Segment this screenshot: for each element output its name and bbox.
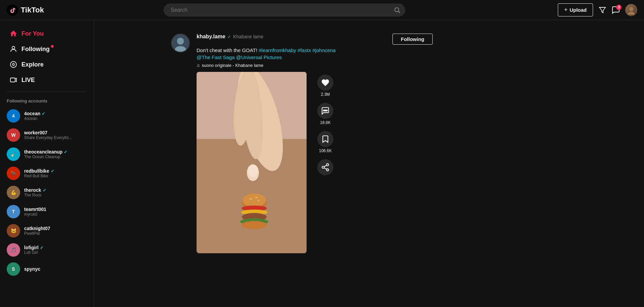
hashtag-learnfromkhaby[interactable]: #learnfromkhaby bbox=[259, 47, 296, 53]
verified-icon-redbullbike: ✓ bbox=[51, 169, 54, 174]
post-user-info: khaby.lame ✓ Khabane lame bbox=[197, 34, 263, 40]
filter-button[interactable] bbox=[598, 6, 606, 14]
main-layout: For You Following Explore LIVE Followin bbox=[0, 20, 644, 307]
nav-live-label: LIVE bbox=[21, 77, 35, 84]
account-item-theoceancleanup[interactable]: 🧹 theoceancleanup ✓ The Ocean Cleanup bbox=[1, 145, 92, 164]
upload-button[interactable]: + Upload bbox=[558, 3, 593, 16]
share-button[interactable] bbox=[317, 159, 333, 175]
account-item-therock[interactable]: 💪 therock ✓ The Rock bbox=[1, 183, 92, 202]
svg-point-36 bbox=[326, 110, 327, 111]
account-name-teamrt001: teamrt001 bbox=[24, 207, 46, 212]
account-avatar-catknight07: 🐱 bbox=[7, 224, 20, 237]
comment-circle bbox=[317, 103, 333, 119]
svg-rect-9 bbox=[10, 78, 15, 82]
post-avatar-image bbox=[172, 34, 189, 52]
video-content-svg bbox=[197, 72, 307, 253]
nav-for-you-label: For You bbox=[21, 30, 44, 37]
mention-universalpictures[interactable]: @Universal Pictures bbox=[236, 54, 282, 60]
svg-marker-3 bbox=[599, 7, 605, 13]
mention-thefastsaga[interactable]: @The Fast Saga bbox=[197, 54, 235, 60]
nav-following[interactable]: Following bbox=[3, 42, 91, 56]
right-panel bbox=[510, 20, 644, 307]
main-content: khaby.lame ✓ Khabane lame Following Don'… bbox=[94, 20, 510, 307]
account-sub-theoceancleanup: The Ocean Cleanup bbox=[24, 155, 67, 159]
account-item-teamrt001[interactable]: T teamrt001 myruk0 bbox=[1, 202, 92, 221]
notification-badge: 3 bbox=[616, 5, 622, 10]
account-info-theoceancleanup: theoceancleanup ✓ The Ocean Cleanup bbox=[24, 149, 67, 159]
account-avatar-spynyc: S bbox=[7, 262, 20, 276]
post-music: ♫ suono originale - Khabane lame bbox=[197, 63, 433, 68]
post-username[interactable]: khaby.lame bbox=[197, 34, 225, 40]
account-sub-worker007: Share Everyday Everythi... bbox=[24, 135, 72, 140]
svg-point-35 bbox=[323, 110, 324, 111]
account-item-spynyc[interactable]: S spynyc bbox=[1, 260, 92, 278]
account-info-catknight07: catknight07 PwellPet bbox=[24, 226, 50, 236]
account-info-worker007: worker007 Share Everyday Everythi... bbox=[24, 130, 72, 140]
logo-area: TikTok bbox=[7, 4, 87, 16]
nav-live[interactable]: LIVE bbox=[3, 73, 91, 87]
svg-line-41 bbox=[324, 165, 326, 167]
svg-line-2 bbox=[398, 11, 400, 13]
account-sub-lofigirl: Lofi Girl bbox=[24, 250, 44, 255]
account-avatar-lofigirl: 🎵 bbox=[7, 243, 20, 257]
like-button[interactable]: 2.3M bbox=[317, 75, 333, 97]
svg-point-38 bbox=[322, 166, 324, 169]
svg-point-37 bbox=[326, 164, 329, 166]
account-name-redbullbike: redbullbike ✓ bbox=[24, 168, 54, 174]
share-circle bbox=[317, 159, 333, 175]
account-item-4ocean[interactable]: 4 4ocean ✓ 4ocean bbox=[1, 106, 92, 125]
svg-point-33 bbox=[248, 165, 258, 177]
account-sub-teamrt001: myruk0 bbox=[24, 212, 46, 217]
account-avatar-worker007: W bbox=[7, 128, 20, 142]
account-item-lofigirl[interactable]: 🎵 lofigirl ✓ Lofi Girl bbox=[1, 240, 92, 259]
header-right: + Upload 3 bbox=[558, 3, 637, 16]
account-name-worker007: worker007 bbox=[24, 130, 72, 135]
live-icon bbox=[9, 76, 17, 84]
post-verified-icon: ✓ bbox=[227, 34, 231, 39]
like-count: 2.3M bbox=[321, 92, 330, 97]
post-header: khaby.lame ✓ Khabane lame Following bbox=[197, 34, 433, 45]
comment-icon bbox=[321, 106, 330, 115]
user-avatar[interactable] bbox=[625, 4, 637, 16]
heart-icon bbox=[321, 78, 330, 87]
nav-for-you[interactable]: For You bbox=[3, 26, 91, 41]
nav-explore[interactable]: Explore bbox=[3, 57, 91, 72]
video-container[interactable] bbox=[197, 72, 307, 253]
like-circle bbox=[317, 75, 333, 91]
hashtag-fastx[interactable]: #fastx bbox=[298, 47, 311, 53]
bookmark-count: 106.6K bbox=[319, 148, 332, 153]
comment-button[interactable]: 18.6K bbox=[317, 103, 333, 125]
bookmark-icon bbox=[321, 135, 330, 143]
search-icon bbox=[394, 7, 400, 13]
account-sub-catknight07: PwellPet bbox=[24, 231, 50, 236]
account-info-lofigirl: lofigirl ✓ Lofi Girl bbox=[24, 245, 44, 255]
explore-icon bbox=[9, 60, 17, 69]
upload-label: Upload bbox=[570, 7, 587, 13]
plus-icon: + bbox=[564, 6, 568, 13]
account-avatar-therock: 💪 bbox=[7, 186, 20, 199]
verified-icon-theoceancleanup: ✓ bbox=[64, 149, 67, 155]
search-input[interactable] bbox=[164, 4, 405, 16]
account-item-redbullbike[interactable]: 🐂 redbullbike ✓ Red Bull Bike bbox=[1, 164, 92, 183]
comment-count: 18.6K bbox=[320, 120, 330, 125]
account-item-catknight07[interactable]: 🐱 catknight07 PwellPet bbox=[1, 221, 92, 240]
sidebar: For You Following Explore LIVE Followin bbox=[0, 20, 94, 307]
hashtag-johncena[interactable]: #johncena bbox=[312, 47, 335, 53]
video-thumbnail bbox=[197, 72, 307, 253]
bookmark-button[interactable]: 106.6K bbox=[317, 131, 333, 153]
post-content: khaby.lame ✓ Khabane lame Following Don'… bbox=[197, 34, 433, 253]
person-icon bbox=[9, 45, 17, 53]
following-button[interactable]: Following bbox=[392, 34, 433, 45]
avatar-icon bbox=[627, 5, 636, 15]
svg-point-5 bbox=[628, 12, 635, 15]
account-item-worker007[interactable]: W worker007 Share Everyday Everythi... bbox=[1, 126, 92, 144]
sidebar-divider bbox=[7, 91, 87, 92]
account-sub-redbullbike: Red Bull Bike bbox=[24, 174, 54, 178]
search-button[interactable] bbox=[394, 7, 400, 13]
account-name-lofigirl: lofigirl ✓ bbox=[24, 245, 44, 250]
svg-point-6 bbox=[12, 46, 15, 49]
account-info-spynyc: spynyc bbox=[24, 266, 40, 272]
messages-button[interactable]: 3 bbox=[612, 6, 620, 14]
post-avatar[interactable] bbox=[171, 34, 190, 52]
logo-text: TikTok bbox=[21, 6, 44, 14]
